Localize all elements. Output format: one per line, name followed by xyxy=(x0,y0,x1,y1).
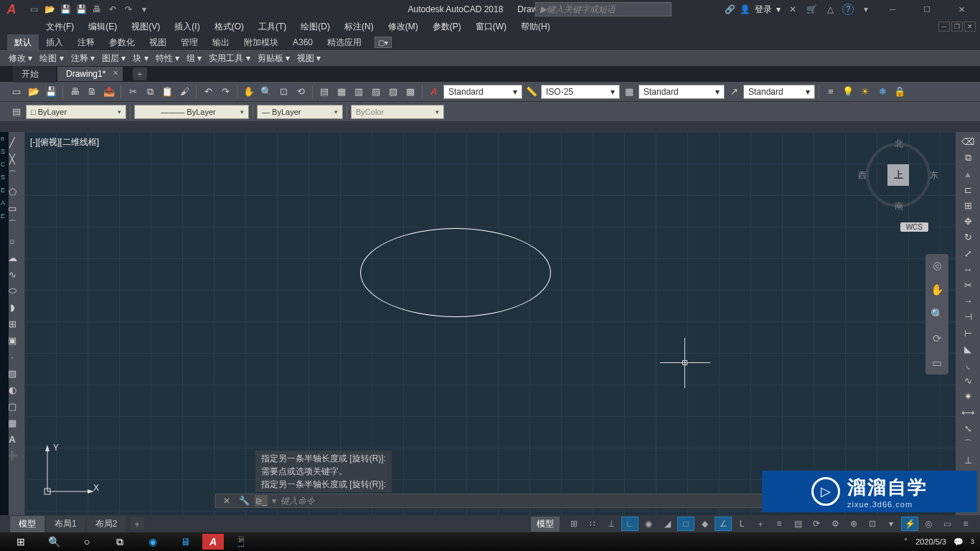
tb-sun-icon[interactable]: ☀ xyxy=(857,84,873,100)
erase-tool-icon[interactable]: ⌫ xyxy=(960,135,976,149)
tb-light-icon[interactable]: 💡 xyxy=(840,84,856,100)
mdi-minimize-button[interactable]: ─ xyxy=(938,22,950,32)
3dosnap-toggle-icon[interactable]: ◆ xyxy=(696,517,713,531)
text-style-dropdown[interactable]: Standard▾ xyxy=(443,85,522,99)
ribbon-tab-7[interactable]: 附加模块 xyxy=(237,34,286,51)
autocad-task-icon[interactable]: A xyxy=(202,534,224,550)
menu-格式o[interactable]: 格式(O) xyxy=(209,19,250,34)
tb-paste-icon[interactable]: 📋 xyxy=(159,84,175,100)
tb-undo2-icon[interactable]: ↶ xyxy=(200,84,216,100)
infer-toggle-icon[interactable]: ⊥ xyxy=(603,517,620,531)
cortana-icon[interactable]: ○ xyxy=(70,532,103,551)
add-layout-button[interactable]: ＋ xyxy=(130,517,144,530)
hwacc-icon[interactable]: ⚡ xyxy=(901,517,918,531)
tb-dcenter-icon[interactable]: ▦ xyxy=(334,84,349,100)
qat-save-icon[interactable]: 💾 xyxy=(59,3,72,16)
menu-窗口w[interactable]: 窗口(W) xyxy=(470,19,512,34)
menu-帮助h[interactable]: 帮助(H) xyxy=(515,19,556,34)
tb-cut-icon[interactable]: ✂ xyxy=(125,84,141,100)
layout-tab-2[interactable]: 布局2 xyxy=(87,516,126,532)
extend-tool-icon[interactable]: → xyxy=(960,294,976,308)
chamfer-tool-icon[interactable]: ◣ xyxy=(960,342,976,356)
search-task-icon[interactable]: 🔍 xyxy=(37,532,70,551)
polar-toggle-icon[interactable]: ◉ xyxy=(640,517,657,531)
dyn-toggle-icon[interactable]: ＋ xyxy=(752,517,769,531)
start-button[interactable]: ⊞ xyxy=(4,532,37,551)
text-style-icon[interactable]: A xyxy=(426,84,442,100)
lwt-toggle-icon[interactable]: ≡ xyxy=(771,517,788,531)
search-input[interactable]: ▶ 键入关键字或短语 xyxy=(535,2,672,17)
viewcube[interactable]: 上 北 南 东 西 xyxy=(862,139,934,211)
join-tool-icon[interactable]: ⊢ xyxy=(960,326,976,339)
minimize-button[interactable]: ─ xyxy=(878,0,907,19)
tb-redo2-icon[interactable]: ↷ xyxy=(217,84,233,100)
qprop-icon[interactable]: ▾ xyxy=(882,517,900,531)
table-style-icon[interactable]: ▦ xyxy=(621,84,637,100)
menu-视图v[interactable]: 视图(V) xyxy=(126,19,166,34)
nav-wheel-icon[interactable]: ◎ xyxy=(928,257,946,274)
layout-tab-0[interactable]: 模型 xyxy=(10,516,44,532)
app2-icon[interactable]: 🖥 xyxy=(169,532,202,551)
viewcube-east[interactable]: 东 xyxy=(930,169,938,182)
array-tool-icon[interactable]: ⊞ xyxy=(960,199,976,212)
menu-文件f[interactable]: 文件(F) xyxy=(40,19,80,34)
move-tool-icon[interactable]: ✥ xyxy=(960,215,976,228)
menu-修改m[interactable]: 修改(M) xyxy=(382,19,424,34)
panel-1[interactable]: 绘图 ▾ xyxy=(39,52,63,65)
nav-orbit-icon[interactable]: ⟳ xyxy=(928,330,946,347)
panel-0[interactable]: 修改 ▾ xyxy=(9,52,32,65)
break-tool-icon[interactable]: ⊣ xyxy=(960,310,976,324)
ribbon-tab-8[interactable]: A360 xyxy=(286,35,320,50)
mleader-style-dropdown[interactable]: Standard▾ xyxy=(743,85,815,99)
help-icon[interactable]: ? xyxy=(842,4,854,15)
panel-6[interactable]: 组 ▾ xyxy=(187,52,202,65)
osnap-toggle-icon[interactable]: □ xyxy=(677,517,694,531)
panel-7[interactable]: 实用工具 ▾ xyxy=(209,52,250,65)
panel-8[interactable]: 剪贴板 ▾ xyxy=(258,52,290,65)
rotate-tool-icon[interactable]: ↻ xyxy=(960,230,976,244)
qat-saveas-icon[interactable]: 💾 xyxy=(75,3,88,16)
mdi-close-button[interactable]: ✕ xyxy=(964,22,976,32)
viewcube-north[interactable]: 北 xyxy=(895,138,903,150)
trim-tool-icon[interactable]: ✂ xyxy=(960,278,976,292)
qat-plot-icon[interactable]: 🖶 xyxy=(90,3,103,16)
explode-tool-icon[interactable]: ✷ xyxy=(960,390,976,403)
cmd-recent-icon[interactable]: 🔧 xyxy=(237,495,250,507)
layout-tab-1[interactable]: 布局1 xyxy=(46,516,85,532)
units-icon[interactable]: ⊡ xyxy=(864,517,881,531)
plotstyle-dropdown[interactable]: ByColor▾ xyxy=(351,105,444,119)
start-tab[interactable]: 开始 xyxy=(13,66,56,83)
menu-插入i[interactable]: 插入(I) xyxy=(169,19,205,34)
tb-sheet-icon[interactable]: ▧ xyxy=(368,84,384,100)
app1-icon[interactable]: ◉ xyxy=(136,532,169,551)
add-tab-button[interactable]: ＋ xyxy=(133,67,147,80)
linetype-dropdown[interactable]: ——— ByLayer▾ xyxy=(134,105,249,119)
tb-freeze-icon[interactable]: ❄ xyxy=(875,84,890,100)
lineweight-dropdown[interactable]: — ByLayer▾ xyxy=(257,105,343,119)
taskview-icon[interactable]: ⧉ xyxy=(103,532,136,551)
panel-2[interactable]: 注释 ▾ xyxy=(71,52,95,65)
panel-5[interactable]: 特性 ▾ xyxy=(156,52,179,65)
ribbon-expand-button[interactable]: ▢▾ xyxy=(374,37,392,48)
tb-new-icon[interactable]: ▭ xyxy=(9,84,24,100)
isolate-icon[interactable]: ◎ xyxy=(920,517,937,531)
tb-markup-icon[interactable]: ▨ xyxy=(385,84,401,100)
close-button[interactable]: ✕ xyxy=(947,0,976,19)
scale-tool-icon[interactable]: ⤢ xyxy=(960,246,976,260)
nav-pan-icon[interactable]: ✋ xyxy=(928,281,946,298)
drawing-tab[interactable]: Drawing1* ✕ xyxy=(57,67,123,81)
help-dropdown-icon[interactable]: ▾ xyxy=(859,3,872,16)
user-icon[interactable]: 👤 xyxy=(740,4,750,14)
ribbon-tab-5[interactable]: 管理 xyxy=(174,34,205,51)
cloud-icon[interactable]: △ xyxy=(824,3,837,16)
login-label[interactable]: 登录 xyxy=(755,4,772,16)
qat-undo-icon[interactable]: ↶ xyxy=(106,3,119,16)
dim-ord-icon[interactable]: ⊥ xyxy=(960,453,976,467)
infocenter-icon[interactable]: 🔗 xyxy=(725,4,735,14)
ducs-toggle-icon[interactable]: L xyxy=(733,517,750,531)
qat-redo-icon[interactable]: ↷ xyxy=(122,3,135,16)
exchange-icon[interactable]: ✕ xyxy=(786,3,799,16)
annomon-icon[interactable]: ⊕ xyxy=(845,517,862,531)
tray-up-icon[interactable]: ˄ xyxy=(904,537,908,547)
model-viewport[interactable]: [-][俯视][二维线框] 上 北 南 东 西 WCS ◎ ✋ 🔍 ⟳ ▭ xyxy=(24,132,956,515)
